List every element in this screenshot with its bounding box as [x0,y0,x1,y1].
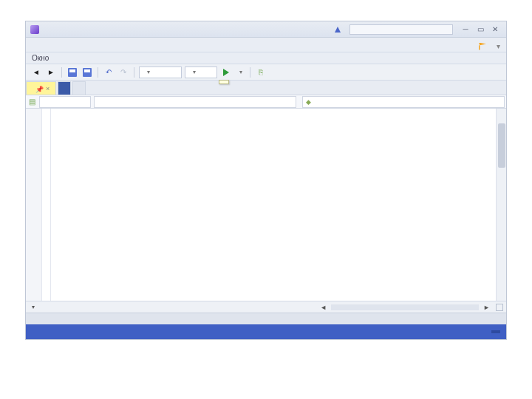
menubar: ▾ [26,38,506,52]
nav-member-dropdown[interactable]: ◆ [302,96,505,108]
h-scroll-right[interactable]: ► [483,304,490,311]
save-button[interactable] [81,66,93,78]
maximize-button[interactable]: ▭ [474,24,487,35]
tab-win32project1[interactable] [58,81,71,95]
menu-debug[interactable] [82,49,85,52]
undo-button[interactable]: ↶ [103,66,115,78]
user-badge[interactable]: ▾ [479,41,502,52]
outline-gutter[interactable] [42,109,51,301]
minimize-button[interactable]: ─ [459,24,472,35]
play-icon [223,69,229,76]
nav-scope-dropdown[interactable] [94,96,296,108]
menu-team[interactable] [92,49,95,52]
nav-module-dropdown[interactable] [39,96,91,108]
menu-project[interactable] [61,49,64,52]
output-panel-header[interactable] [26,313,506,324]
menu-test[interactable] [113,49,116,52]
menubar-row2: Окно [26,52,506,64]
start-debug-button[interactable]: ▾ [220,66,245,78]
vs-window: ─ ▭ ✕ ▾ Окно ◄ ► ↶ ↷ ▾ ▾ [25,21,507,340]
statusbar [26,324,506,339]
split-toggle[interactable] [496,304,503,311]
status-insert-mode[interactable] [491,330,500,333]
platform-dropdown[interactable]: ▾ [185,66,217,78]
notification-badge[interactable] [329,24,347,35]
titlebar: ─ ▭ ✕ [26,21,506,38]
disk-icon [83,68,92,77]
toolbar-extra-button[interactable]: ⎘ [255,66,267,78]
close-button[interactable]: ✕ [488,24,502,35]
vertical-scrollbar[interactable] [496,109,506,301]
pin-icon[interactable]: 📌 [35,86,41,92]
debugger-tooltip [219,80,229,84]
slide-title [0,0,532,15]
disk-icon [68,68,77,77]
zoom-bar: ▾ ◄ ► [26,301,506,313]
vs-logo-icon [30,25,39,34]
code-content[interactable] [51,109,496,301]
menu-edit[interactable] [41,49,44,52]
code-editor[interactable] [26,109,506,301]
scroll-thumb[interactable] [498,123,505,168]
slide-subtitle [0,15,532,21]
flag-icon [479,43,486,50]
nav-back-button[interactable]: ◄ [30,66,42,78]
code-navbar: ▤ ◆ [26,95,506,109]
tab-source1[interactable] [72,81,86,95]
menu-file[interactable] [30,49,33,52]
toolbar: ◄ ► ↶ ↷ ▾ ▾ ▾ ⎘ [26,64,506,81]
tab-lection3[interactable]: 📌× [26,81,56,95]
h-scroll-left[interactable]: ◄ [320,304,327,311]
save-all-button[interactable] [66,66,78,78]
horizontal-scrollbar[interactable] [331,304,479,310]
quick-launch-input[interactable] [349,24,453,35]
nav-module-icon[interactable]: ▤ [26,96,38,108]
menu-view[interactable] [51,49,54,52]
menu-window[interactable]: Окно [30,52,50,64]
breakpoint-gutter[interactable] [26,109,42,301]
editor-tabs: 📌× [26,81,506,95]
close-icon[interactable]: × [46,85,50,92]
menu-service[interactable] [103,49,106,52]
menu-build[interactable] [72,49,75,52]
svg-marker-0 [335,27,341,33]
menu-help[interactable] [58,61,61,64]
config-dropdown[interactable]: ▾ [139,66,182,78]
user-name [489,45,492,48]
redo-button[interactable]: ↷ [117,66,129,78]
nav-fwd-button[interactable]: ► [45,66,57,78]
